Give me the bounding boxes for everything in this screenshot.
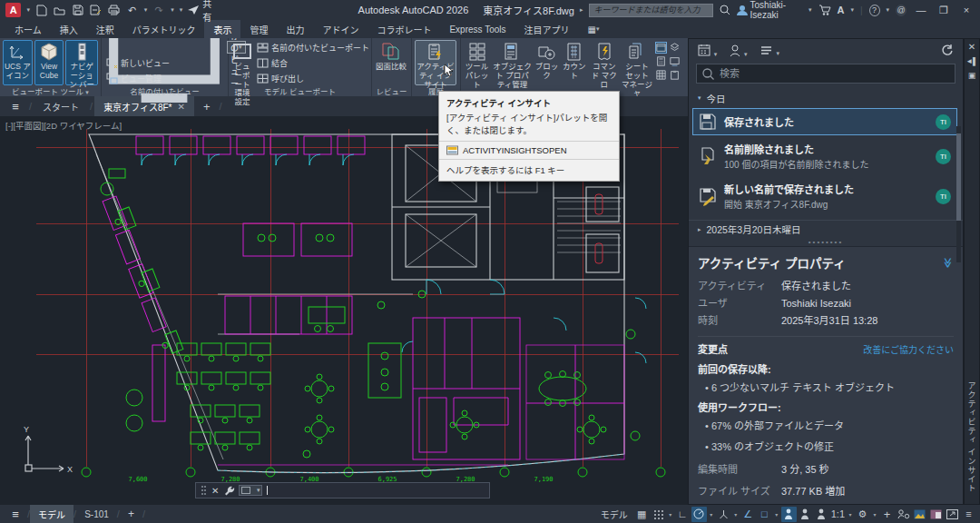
ribbon-tab-addins[interactable]: アドイン [313, 20, 368, 38]
markup-mini-button[interactable] [669, 55, 681, 67]
command-line[interactable]: ✕ ▾ [195, 482, 490, 498]
redo-icon[interactable]: ↷ [152, 3, 165, 17]
assistant-icon[interactable]: @ [896, 5, 906, 16]
annotation-scale-value[interactable]: 1:1 [830, 507, 846, 522]
command-line-wrench-icon[interactable] [223, 485, 234, 496]
osnap-settings-caret[interactable]: ▾ [773, 511, 780, 518]
tool-palettes-button[interactable]: ツール パレット [464, 40, 490, 85]
layer-mini-button[interactable] [669, 42, 681, 54]
isometric-settings-caret[interactable]: ▾ [732, 511, 740, 518]
new-layout-button[interactable]: + [120, 505, 142, 523]
customize-statusbar-icon[interactable]: ≡ [961, 507, 976, 522]
snap-mode-toggle[interactable] [651, 507, 666, 522]
app-menu-caret[interactable]: ▾ [26, 6, 30, 14]
snap-settings-caret[interactable]: ▾ [667, 511, 674, 518]
undo-icon[interactable]: ↶ [126, 3, 139, 17]
activity-item-saved-as[interactable]: 新しい名前で保存されました開始 東京オフィス8F.dwg TI [692, 177, 957, 215]
grid-display-toggle[interactable]: ▦ [634, 507, 650, 522]
annotation-visibility-toggle[interactable] [781, 507, 797, 522]
annotation-scale-caret[interactable]: ▾ [847, 511, 854, 518]
viewport-config-button[interactable]: ビューポート 環境設定 [231, 40, 253, 85]
layout-menu-icon[interactable]: ≡ [4, 508, 27, 521]
command-input-icon[interactable]: ▾ [239, 485, 262, 496]
autodesk-account-icon[interactable]: A [838, 5, 845, 15]
group-today[interactable]: ▾ 今日 [689, 89, 963, 107]
open-file-icon[interactable] [54, 3, 66, 17]
ribbon-tab-collaborate[interactable]: コラボレート [368, 20, 440, 38]
window-close-button[interactable]: × [958, 5, 975, 15]
view-manager-button[interactable]: ビュー管理 [104, 71, 224, 85]
restore-viewport-button[interactable]: 呼び出し [255, 71, 371, 85]
autoscale-toggle[interactable] [798, 507, 813, 522]
command-macros-button[interactable]: コマンド マクロ [589, 40, 619, 85]
drawing-compare-button[interactable]: 図面比較 [375, 40, 407, 85]
palette-properties-icon[interactable]: ▣ [968, 71, 976, 80]
sheet-set-manager-button[interactable]: シート セット マネージャ [621, 40, 653, 85]
refresh-button[interactable] [941, 44, 954, 58]
ribbon-display-mode-button[interactable]: ▦ ▾ [578, 20, 608, 38]
ribbon-tab-output[interactable]: 出力 [277, 20, 313, 38]
palette-splitter[interactable]: •••••••• [689, 238, 963, 246]
calculator-mini-button[interactable] [655, 55, 667, 67]
activity-item-purged[interactable]: 名前削除されました100 個の項目が名前削除されました TI [692, 137, 957, 175]
group-march20[interactable]: ▸ 2025年3月20日木曜日 [689, 220, 963, 238]
visual-styles-mini-button[interactable] [655, 42, 667, 54]
ribbon-tab-insert[interactable]: 挿入 [51, 20, 87, 38]
help-search-input[interactable] [589, 4, 712, 17]
file-tabs-menu-icon[interactable]: ≡ [4, 96, 27, 116]
viewcube-toggle-button[interactable]: View Cube [34, 40, 64, 85]
command-line-drag-handle[interactable] [201, 485, 207, 496]
window-restore-button[interactable]: ❐ [936, 5, 952, 16]
clipboard-mini-button[interactable] [669, 69, 681, 81]
ribbon-tab-featured[interactable]: 注目アプリ [514, 20, 578, 38]
isolate-objects-icon[interactable] [928, 507, 944, 522]
polar-settings-caret[interactable]: ▾ [708, 511, 715, 518]
store-cart-icon[interactable] [818, 5, 831, 15]
ribbon-tab-express[interactable]: Express Tools [440, 20, 514, 38]
model-paper-toggle[interactable]: モデル [595, 508, 633, 521]
layout-tab-model[interactable]: モデル [30, 505, 74, 523]
window-minimize-button[interactable]: — [913, 5, 929, 15]
collapse-properties-icon[interactable]: ≫ [943, 257, 955, 268]
ribbon-tab-manage[interactable]: 管理 [240, 20, 277, 38]
properties-palette-button[interactable]: オブジェクト プロパティ管理 [492, 40, 533, 85]
file-tab-start[interactable]: スタート [34, 96, 88, 116]
ortho-mode-toggle[interactable]: ∟ [675, 507, 691, 522]
blocks-palette-button[interactable]: ブロック [534, 40, 560, 85]
viewport-controls-label[interactable]: [-][平面図][2D ワイヤフレーム] [5, 119, 122, 132]
palette-search[interactable] [696, 64, 956, 84]
share-button[interactable]: 共有 [188, 0, 216, 24]
qat-customize-caret[interactable]: ▾ [180, 6, 183, 14]
workspace-gear-icon[interactable]: ⚙ [855, 507, 870, 522]
search-history-arrow[interactable]: ▸ [580, 6, 583, 14]
ucs-icon-toggle-button[interactable]: UCS アイコン [3, 40, 33, 85]
clean-screen-icon[interactable] [945, 507, 960, 522]
save-icon[interactable] [72, 3, 84, 17]
save-as-icon[interactable] [90, 3, 103, 17]
join-viewports-button[interactable]: 結合 [255, 55, 371, 70]
workspace-caret[interactable]: ▾ [871, 511, 878, 518]
autocad-logo[interactable]: A [5, 3, 21, 17]
count-palette-button[interactable]: カウント [561, 40, 587, 85]
user-filter-button[interactable]: ▾ [730, 44, 747, 58]
object-snap-tracking-toggle[interactable]: ∠ [740, 507, 756, 522]
feedback-link[interactable]: 改善にご協力ください [863, 342, 954, 356]
help-icon[interactable]: ? [869, 5, 880, 16]
customization-plus-icon[interactable]: + [879, 507, 895, 522]
new-view-button[interactable]: 新しいビュー [104, 55, 224, 70]
share-collaborate-icon[interactable] [896, 507, 911, 522]
command-line-close-icon[interactable]: ✕ [211, 486, 219, 496]
palette-scrollbar[interactable] [956, 126, 961, 262]
date-filter-button[interactable]: ▾ [698, 44, 717, 58]
event-filter-button[interactable]: ▾ [760, 45, 779, 57]
object-snap-toggle[interactable]: □ [757, 507, 772, 522]
search-icon[interactable] [720, 5, 730, 15]
grid-mini-button[interactable] [655, 69, 667, 81]
plot-icon[interactable] [108, 3, 121, 17]
palette-close-icon[interactable]: ✕ [968, 42, 975, 52]
palette-autohide-icon[interactable]: ◄▌ [965, 57, 978, 65]
annotation-scale-icon[interactable] [814, 507, 829, 522]
ribbon-tab-annotate[interactable]: 注釈 [87, 20, 123, 38]
view-dropdown[interactable]: 未保存のビュー▾ [104, 40, 224, 54]
ribbon-tab-home[interactable]: ホーム [5, 20, 51, 38]
